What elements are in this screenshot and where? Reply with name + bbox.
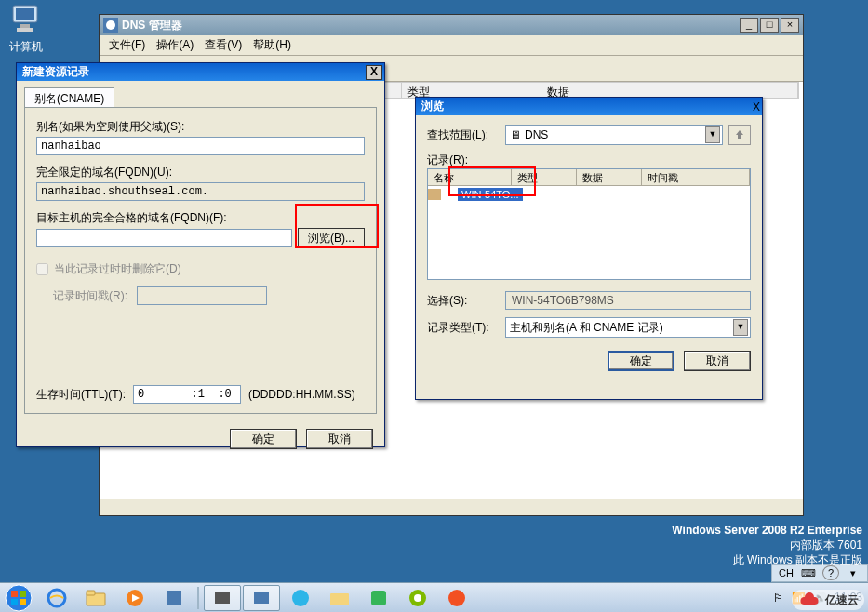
col-data[interactable]: 数据	[541, 83, 798, 98]
ttl-label: 生存时间(TTL)(T):	[36, 387, 126, 403]
keyboard-icon[interactable]: ⌨	[800, 565, 817, 580]
close-button[interactable]: ×	[781, 18, 799, 33]
statusbar	[100, 499, 803, 515]
dns-icon	[103, 18, 118, 33]
dialog2-cancel-button[interactable]: 取消	[684, 351, 751, 371]
taskbar: 🏳 📶 🔊 11:03	[0, 582, 868, 612]
lv-col-name[interactable]: 名称	[428, 169, 512, 185]
taskbar-360[interactable]	[399, 585, 436, 611]
delete-checkbox-label: 当此记录过时时删除它(D)	[54, 261, 181, 277]
scope-combo[interactable]: 🖥 DNS ▼	[505, 125, 723, 145]
lv-item-name: WIN-54TO...	[458, 188, 523, 201]
os-line2: 内部版本 7601	[672, 538, 862, 552]
help-icon[interactable]: ?	[822, 565, 839, 580]
col-type[interactable]: 类型	[402, 83, 541, 98]
scope-value: DNS	[525, 128, 548, 141]
svg-rect-1	[16, 8, 34, 20]
tray-flag-icon[interactable]: 🏳	[773, 592, 784, 605]
chevron-down-icon[interactable]: ▼	[733, 319, 748, 336]
dns-titlebar[interactable]: DNS 管理器 _ □ ×	[100, 15, 803, 35]
new-record-dialog: 新建资源记录 X 别名(CNAME) 别名(如果为空则使用父域)(S): 完全限…	[16, 62, 385, 447]
dialog2-titlebar[interactable]: 浏览 X	[416, 98, 762, 115]
media-icon[interactable]	[116, 585, 154, 611]
svg-rect-20	[371, 591, 386, 605]
browse-button[interactable]: 浏览(B)...	[298, 228, 365, 248]
menu-view[interactable]: 查看(V)	[201, 35, 246, 55]
alias-label: 别名(如果为空则使用父域)(S):	[36, 119, 365, 135]
menu-action[interactable]: 操作(A)	[153, 35, 197, 55]
dialog1-close-button[interactable]: X	[366, 65, 382, 80]
dns-title: DNS 管理器	[122, 18, 740, 33]
browse-dialog: 浏览 X 查找范围(L): 🖥 DNS ▼ 记录(R): 名称 类型 数据 时间…	[415, 97, 763, 400]
svg-rect-7	[11, 591, 18, 597]
os-watermark: Windows Server 2008 R2 Enterprise 内部版本 7…	[672, 523, 862, 567]
taskbar-folder[interactable]	[321, 585, 358, 611]
records-label: 记录(R):	[427, 153, 751, 168]
lv-col-data[interactable]: 数据	[577, 169, 642, 185]
minimize-button[interactable]: _	[740, 18, 758, 33]
svg-point-18	[292, 590, 309, 606]
dialog2-close-button[interactable]: X	[753, 100, 760, 113]
alias-input[interactable]	[36, 137, 365, 155]
dns-tree-icon: 🖥	[510, 128, 521, 141]
lang-indicator[interactable]: CH	[778, 565, 795, 580]
svg-rect-9	[11, 599, 18, 605]
options-icon[interactable]: ▾	[845, 565, 861, 580]
svg-rect-16	[215, 592, 230, 604]
list-item[interactable]: WIN-54TO...	[428, 186, 750, 203]
svg-rect-2	[20, 24, 30, 28]
svg-rect-8	[20, 591, 26, 597]
ttl-hint: (DDDDD:HH.MM.SS)	[248, 388, 355, 401]
taskbar-app3[interactable]	[438, 585, 475, 611]
taskbar-app1[interactable]	[282, 585, 319, 611]
computer-icon	[7, 2, 45, 37]
maximize-button[interactable]: □	[760, 18, 779, 33]
rectype-label: 记录类型(T):	[427, 320, 500, 336]
select-input	[505, 291, 751, 310]
lv-col-ts[interactable]: 时间戳	[642, 169, 750, 185]
svg-point-22	[414, 594, 421, 602]
scope-label: 查找范围(L):	[427, 127, 500, 143]
explorer-icon[interactable]	[77, 585, 114, 611]
start-button[interactable]	[0, 583, 37, 613]
lv-col-type[interactable]: 类型	[512, 169, 577, 185]
svg-rect-13	[87, 591, 95, 595]
dialog1-titlebar[interactable]: 新建资源记录 X	[17, 63, 384, 81]
taskbar-task-server[interactable]	[204, 585, 241, 611]
watermark-text: 亿速云	[825, 592, 859, 608]
svg-point-5	[106, 20, 115, 30]
desktop-computer-icon[interactable]: 计算机	[7, 2, 45, 55]
rectype-combo[interactable]: 主机和别名(A 和 CNAME 记录) ▼	[505, 317, 751, 338]
records-listview[interactable]: 名称 类型 数据 时间戳 WIN-54TO...	[427, 168, 751, 280]
cloud-icon	[797, 592, 821, 608]
taskbar-app2[interactable]	[360, 585, 397, 611]
menubar: 文件(F) 操作(A) 查看(V) 帮助(H)	[100, 35, 803, 56]
taskbar-separator	[197, 587, 199, 609]
menu-help[interactable]: 帮助(H)	[249, 35, 295, 55]
dialog1-cancel-button[interactable]: 取消	[306, 429, 373, 449]
taskbar-task-dns[interactable]	[243, 585, 280, 611]
svg-point-6	[6, 585, 32, 611]
rectype-value: 主机和别名(A 和 CNAME 记录)	[510, 320, 663, 336]
menu-file[interactable]: 文件(F)	[105, 35, 149, 55]
delete-checkbox	[36, 263, 48, 275]
ttl-input[interactable]	[133, 385, 241, 404]
svg-rect-17	[254, 592, 269, 604]
dialog2-ok-button[interactable]: 确定	[608, 351, 674, 371]
up-button[interactable]	[728, 125, 751, 145]
os-line1: Windows Server 2008 R2 Enterprise	[672, 523, 862, 538]
pinned-icon[interactable]	[155, 585, 193, 611]
os-line3: 此 Windows 副本不是正版	[672, 552, 862, 567]
select-label: 选择(S):	[427, 293, 500, 309]
dialog1-title: 新建资源记录	[19, 64, 366, 80]
svg-rect-3	[17, 28, 33, 32]
ie-icon[interactable]	[38, 585, 75, 611]
record-ts-input	[137, 286, 267, 305]
dialog1-ok-button[interactable]: 确定	[230, 429, 297, 449]
svg-rect-15	[167, 591, 181, 605]
svg-point-23	[448, 590, 465, 606]
target-input[interactable]	[36, 229, 292, 247]
fqdn-label: 完全限定的域名(FQDN)(U):	[36, 165, 365, 180]
chevron-down-icon[interactable]: ▼	[705, 126, 720, 143]
target-label: 目标主机的完全合格的域名(FQDN)(F):	[36, 210, 365, 226]
